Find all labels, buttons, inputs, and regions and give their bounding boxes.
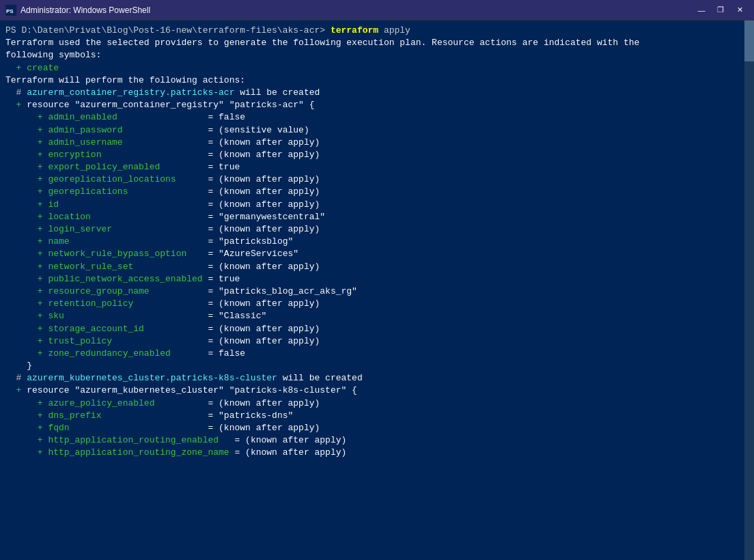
plus-5: + [38,162,43,172]
acr-resource-group: + resource_group_name = "patricks_blog_a… [5,285,749,298]
svg-text:PS: PS [6,8,14,14]
output-line-2: Terraform used the selected providers to… [5,37,749,49]
plus-k3: + [38,423,43,433]
eq-5: = true [208,162,240,172]
plus-20: + [38,348,43,359]
field-13: network_rule_set [43,262,208,272]
terminal-body[interactable]: PS D:\Daten\Privat\Blog\Post-16-new\terr… [0,20,754,560]
acr-georepl-locations: + georeplication_locations = (known afte… [5,173,749,186]
acr-id: + id = (known after apply) [5,199,749,211]
field-18: storage_account_id [43,324,208,334]
plus-7: + [38,186,43,197]
eq-3: = (known after apply) [208,137,320,148]
eq-4: = (known after apply) [208,150,320,160]
plus-12: + [38,249,43,259]
field-15: resource_group_name [43,286,208,296]
minimize-button[interactable]: — [693,3,710,17]
resource-acr-decl: resource "azurerm_container_registry" "p… [21,100,314,110]
field-19: trust_policy [43,336,208,346]
field-10: login_server [43,224,208,234]
k8s-http-routing-zone: + http_application_routing_zone_name = (… [5,447,749,459]
acr-georeplications: + georeplications = (known after apply) [5,186,749,198]
field-8: id [43,199,208,210]
eq-20: = false [208,348,245,359]
output-line-6: Terraform will perform the following act… [5,74,749,87]
acr-trust-policy: + trust_policy = (known after apply) [5,335,749,348]
eq-10: = (known after apply) [208,224,320,234]
acr-name: + name = "patricksblog" [5,236,749,248]
field-9: location [43,212,208,222]
window-title: Administrator: Windows PowerShell [20,5,150,15]
eq-1: = false [208,112,245,122]
output-line-8: # azurerm_container_registry.patricks-ac… [5,87,749,99]
eq-9: = "germanywestcentral" [208,212,325,222]
keq-3: = (known after apply) [208,423,320,433]
plus-17: + [38,311,43,321]
field-14: public_network_access_enabled [43,274,208,284]
close-button[interactable]: ✕ [731,3,749,17]
acr-admin-password: + admin_password = (sensitive value) [5,124,749,137]
field-17: sku [43,311,208,321]
keq-2: = "patricks-dns" [208,410,293,421]
acr-will-be-created: will be created [234,87,320,98]
field-12: network_rule_bypass_option [43,249,208,259]
eq-18: = (known after apply) [208,324,320,334]
output-line-9: + resource "azurerm_container_registry" … [5,99,749,111]
plus-4: + [38,150,43,160]
acr-storage-account: + storage_account_id = (known after appl… [5,323,749,335]
field-16: retention_policy [43,298,208,309]
acr-encryption: + encryption = (known after apply) [5,149,749,161]
window-controls[interactable]: — ❐ ✕ [693,3,749,17]
k8s-resource-name: azurerm_kubernetes_cluster.patricks-k8s-… [27,373,277,383]
field-2: admin_password [43,125,208,135]
eq-12: = "AzureServices" [208,249,298,259]
plus-k2: + [38,410,43,421]
keq-4: = (known after apply) [234,435,346,445]
field-20: zone_redundancy_enabled [43,348,208,359]
field-4: encryption [43,150,208,160]
scrollbar-thumb[interactable] [744,20,754,61]
eq-14: = true [208,274,240,284]
acr-export-policy: + export_policy_enabled = true [5,161,749,173]
acr-public-network: + public_network_access_enabled = true [5,273,749,285]
acr-network-rule-set: + network_rule_set = (known after apply) [5,261,749,273]
k8s-resource-decl: + resource "azurerm_kubernetes_cluster" … [5,384,749,397]
plus-k5: + [38,447,43,458]
restore-button[interactable]: ❐ [712,3,729,17]
acr-location: + location = "germanywestcentral" [5,211,749,223]
k8s-fqdn: + fqdn = (known after apply) [5,422,749,434]
command-terraform: terraform [325,25,378,36]
k8s-dns-prefix: + dns_prefix = "patricks-dns" [5,410,749,422]
scrollbar[interactable] [744,20,754,560]
field-5: export_policy_enabled [43,162,208,172]
acr-resource-name: azurerm_container_registry.patricks-acr [27,87,234,98]
eq-7: = (known after apply) [208,186,320,197]
kfield-5: http_application_routing_zone_name [43,447,235,458]
acr-admin-enabled: + admin_enabled = false [5,111,749,124]
acr-retention-policy: + retention_policy = (known after apply) [5,298,749,310]
field-11: name [43,236,208,247]
plus-3: + [38,137,43,148]
field-6: georeplication_locations [43,174,208,184]
window: PS Administrator: Windows PowerShell — ❐… [0,0,754,560]
plus-8: + [38,199,43,210]
output-line-3: following symbols: [5,49,749,61]
acr-network-bypass: + network_rule_bypass_option = "AzureSer… [5,248,749,260]
plus-9: + [38,212,43,222]
kfield-4: http_application_routing_enabled [43,435,235,445]
resource-k8s-open: resource "azurerm_kubernetes_cluster" "p… [21,385,357,395]
command-apply: apply [378,25,410,36]
eq-6: = (known after apply) [208,174,320,184]
plus-10: + [38,224,43,234]
acr-sku: + sku = "Classic" [5,310,749,322]
eq-13: = (known after apply) [208,262,320,272]
eq-16: = (known after apply) [208,298,320,309]
plus-6: + [38,174,43,184]
plus-k1: + [38,398,43,408]
prompt-line: PS D:\Daten\Privat\Blog\Post-16-new\terr… [5,25,749,37]
powershell-icon: PS [5,5,16,16]
kfield-2: dns_prefix [43,410,208,421]
plus-2: + [38,125,43,135]
acr-login-server: + login_server = (known after apply) [5,223,749,236]
keq-5: = (known after apply) [234,447,346,458]
